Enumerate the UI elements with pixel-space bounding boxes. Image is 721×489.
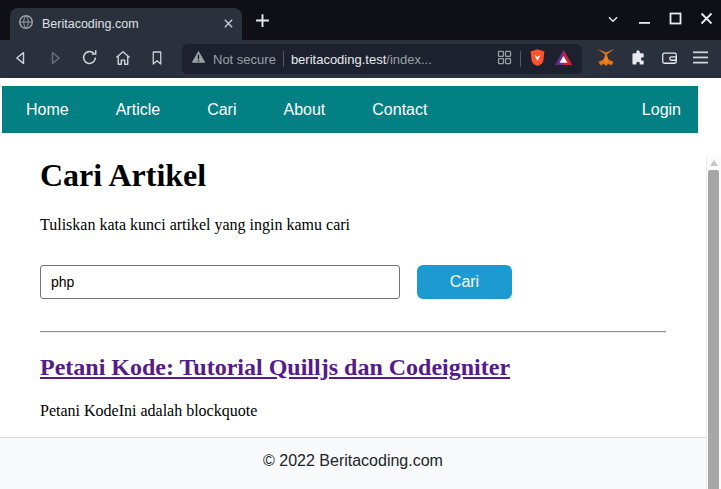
nav-item-cari[interactable]: Cari xyxy=(207,101,236,119)
nav-item-login[interactable]: Login xyxy=(642,101,681,119)
result-excerpt: Petani KodeIni adalah blockquote xyxy=(40,402,666,420)
search-button[interactable]: Cari xyxy=(417,265,512,299)
main-content: Cari Artikel Tuliskan kata kunci artikel… xyxy=(40,157,666,420)
shield-icon xyxy=(528,48,547,70)
brave-shields-button[interactable] xyxy=(528,48,547,70)
site-navbar: Home Article Cari About Contact Login xyxy=(2,86,698,133)
scroll-up-arrow-icon[interactable] xyxy=(710,160,718,166)
search-form: Cari xyxy=(40,265,666,299)
close-icon xyxy=(223,17,234,32)
warning-icon xyxy=(191,50,206,68)
vertical-scrollbar[interactable] xyxy=(706,156,721,489)
home-icon xyxy=(113,48,133,71)
new-tab-button[interactable] xyxy=(254,12,271,32)
result-article-link[interactable]: Petani Kode: Tutorial Quilljs dan Codeig… xyxy=(40,354,510,381)
wallet-icon xyxy=(660,49,679,70)
site-favicon-globe-icon xyxy=(18,14,34,34)
browser-window: Beritacoding.com xyxy=(0,0,721,489)
browser-tab[interactable]: Beritacoding.com xyxy=(10,8,242,40)
wallet-button[interactable] xyxy=(660,49,679,70)
sharing-hub-button[interactable] xyxy=(496,49,513,69)
home-button[interactable] xyxy=(110,46,136,72)
tab-title: Beritacoding.com xyxy=(42,17,215,31)
security-label: Not secure xyxy=(213,52,276,67)
page-viewport: Home Article Cari About Contact Login Ca… xyxy=(0,78,721,489)
forward-icon xyxy=(45,48,65,71)
browser-menu-button[interactable] xyxy=(692,50,709,68)
minimize-button[interactable] xyxy=(638,12,651,28)
search-input[interactable] xyxy=(40,265,400,299)
bookmark-button[interactable] xyxy=(144,46,170,72)
nav-item-contact[interactable]: Contact xyxy=(372,101,427,119)
brave-rewards-button[interactable] xyxy=(554,49,573,69)
window-menu-button[interactable] xyxy=(606,12,620,29)
tab-close-button[interactable] xyxy=(223,17,234,32)
results-divider xyxy=(40,331,666,333)
forward-button[interactable] xyxy=(42,46,68,72)
bookmark-icon xyxy=(148,49,166,70)
nav-item-about[interactable]: About xyxy=(283,101,325,119)
page-subtitle: Tuliskan kata kunci artikel yang ingin k… xyxy=(40,216,666,234)
maximize-icon xyxy=(669,12,682,28)
extensions-area xyxy=(596,48,709,70)
chevron-down-icon xyxy=(606,12,620,29)
hamburger-menu-icon xyxy=(692,50,709,68)
window-controls xyxy=(606,8,713,32)
url-path: /index... xyxy=(386,52,432,67)
minimize-icon xyxy=(638,12,651,28)
puzzle-icon xyxy=(629,49,647,70)
refresh-icon xyxy=(80,48,99,70)
page-title: Cari Artikel xyxy=(40,157,666,194)
maximize-button[interactable] xyxy=(669,12,682,28)
back-button[interactable] xyxy=(8,46,34,72)
url-separator xyxy=(283,51,284,67)
grid-icon xyxy=(496,49,513,69)
window-titlebar: Beritacoding.com xyxy=(0,0,721,40)
close-window-button[interactable] xyxy=(700,12,713,28)
back-icon xyxy=(11,48,31,71)
browser-toolbar: Not secure beritacoding.test/index... xyxy=(0,40,721,78)
url-bar[interactable]: Not secure beritacoding.test/index... xyxy=(182,44,582,74)
url-host: beritacoding.test xyxy=(291,52,386,67)
nav-links: Home Article Cari About Contact xyxy=(26,101,427,119)
site-footer: © 2022 Beritacoding.com xyxy=(0,437,706,489)
nav-item-article[interactable]: Article xyxy=(116,101,160,119)
nav-item-home[interactable]: Home xyxy=(26,101,69,119)
plus-icon xyxy=(254,12,271,32)
url-separator xyxy=(520,51,521,67)
close-icon xyxy=(700,12,713,28)
metamask-extension-button[interactable] xyxy=(596,48,616,70)
extensions-puzzle-button[interactable] xyxy=(629,49,647,70)
metamask-fox-icon xyxy=(596,48,616,70)
scrollbar-thumb[interactable] xyxy=(708,170,719,489)
web-page: Home Article Cari About Contact Login Ca… xyxy=(0,78,706,489)
bat-triangle-icon xyxy=(554,49,573,69)
refresh-button[interactable] xyxy=(76,46,102,72)
footer-copyright: © 2022 Beritacoding.com xyxy=(263,452,443,469)
url-text: beritacoding.test/index... xyxy=(291,52,489,67)
